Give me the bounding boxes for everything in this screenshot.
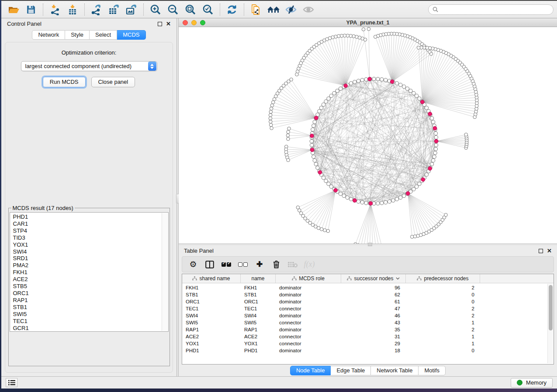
float-panel-icon[interactable]	[539, 249, 543, 253]
table-settings-button[interactable]: ⚙	[185, 258, 201, 271]
table-panel: Table Panel ✕ ⚙	[179, 246, 557, 376]
table-row[interactable]: FKH1FKH1dominator962	[182, 284, 554, 291]
table-row[interactable]: STB1STB1dominator620	[182, 291, 554, 298]
table-row[interactable]: TEC1TEC1connector472	[182, 305, 554, 312]
column-header-shared-name[interactable]: shared name	[182, 274, 241, 283]
minimize-window-icon[interactable]	[191, 20, 197, 25]
mcds-result-item[interactable]: TEC1	[13, 318, 161, 325]
import-network-button[interactable]	[46, 2, 64, 17]
tab-mcds[interactable]: MCDS	[117, 30, 145, 40]
horizontal-splitter[interactable]	[179, 244, 557, 246]
mcds-result-item[interactable]: YOX1	[13, 241, 161, 248]
tab-node-table[interactable]: Node Table	[290, 366, 331, 375]
mcds-result-item[interactable]: TID3	[13, 234, 161, 241]
table-row[interactable]: ACE2ACE2connector311	[182, 333, 554, 340]
splitter-grip[interactable]	[368, 243, 372, 246]
mcds-result-item[interactable]: SWI5	[13, 311, 161, 318]
network-window-titlebar: YPA_prune.txt_1	[179, 18, 557, 27]
import-table-button[interactable]	[64, 2, 81, 17]
table-cell: 2	[406, 305, 480, 312]
table-row[interactable]: ORC1ORC1dominator610	[182, 298, 554, 305]
network-graph[interactable]	[179, 27, 557, 244]
export-network-button[interactable]	[88, 2, 105, 17]
mcds-result-item[interactable]: SWI4	[13, 248, 161, 255]
mcds-result-item[interactable]: PMA2	[13, 262, 161, 269]
deselect-all-columns-button[interactable]	[235, 258, 251, 271]
column-type-icon	[292, 276, 297, 281]
column-type-icon	[417, 276, 422, 281]
import-table-icon	[67, 4, 78, 15]
tab-select[interactable]: Select	[90, 30, 117, 40]
mcds-result-item[interactable]: ORC1	[13, 290, 161, 297]
search-input[interactable]	[441, 7, 549, 13]
select-all-columns-button[interactable]	[218, 258, 235, 271]
table-cell: SWI5	[182, 319, 241, 326]
table-row[interactable]: RAP1RAP1dominator352	[182, 326, 554, 333]
mcds-tab-content: Optimization criterion: largest connecte…	[5, 42, 173, 373]
mcds-result-title: MCDS result (17 nodes)	[11, 205, 75, 211]
tab-edge-table[interactable]: Edge Table	[331, 366, 371, 375]
mcds-result-item[interactable]: STB5	[13, 283, 161, 290]
save-session-button[interactable]	[22, 2, 40, 17]
column-header-mcds-role[interactable]: MCDS role	[276, 274, 341, 283]
table-row[interactable]: SWI5SWI5connector431	[182, 319, 554, 326]
two-houses-icon	[267, 4, 280, 15]
mcds-result-item[interactable]: CAR1	[13, 220, 161, 227]
column-header-name[interactable]: name	[241, 274, 276, 283]
mcds-result-item[interactable]: STB1	[13, 304, 161, 311]
table-row[interactable]: PHD1PHD1dominator180	[182, 347, 554, 354]
table-cell: 0	[406, 291, 480, 298]
mcds-result-item[interactable]: STP4	[13, 227, 161, 234]
two-houses-button[interactable]	[265, 2, 282, 17]
tab-network[interactable]: Network	[32, 30, 65, 40]
close-panel-icon[interactable]: ✕	[166, 22, 171, 26]
optimization-criterion-select[interactable]: largest connected component (undirected)	[21, 61, 157, 71]
column-header-successor-nodes[interactable]: successor nodes	[341, 274, 406, 283]
apply-layout-button[interactable]	[223, 2, 241, 17]
status-bar: Memory	[1, 376, 557, 389]
mcds-result-item[interactable]: ACE2	[13, 276, 161, 283]
tab-style[interactable]: Style	[65, 30, 90, 40]
table-row[interactable]: SWI4SWI4dominator462	[182, 312, 554, 319]
table-cell: 1	[406, 319, 480, 326]
close-panel-button[interactable]: Close panel	[91, 77, 135, 87]
clone-network-button[interactable]	[247, 2, 265, 17]
table-cell: SWI4	[182, 312, 241, 319]
open-file-button[interactable]	[5, 2, 22, 17]
toolbar-separator	[84, 3, 85, 16]
column-header-predecessor-nodes[interactable]: predecessor nodes	[406, 274, 480, 283]
close-panel-icon[interactable]: ✕	[547, 249, 552, 253]
mcds-result-item[interactable]: SRD1	[13, 255, 161, 262]
table-cell: dominator	[276, 312, 341, 319]
zoom-in-button[interactable]	[147, 2, 164, 17]
hide-selected-button[interactable]	[282, 2, 300, 17]
zoom-selected-button[interactable]	[199, 2, 217, 17]
memory-button[interactable]: Memory	[511, 378, 553, 388]
table-scrollbar[interactable]	[547, 284, 553, 363]
scrollbar-thumb[interactable]	[549, 285, 553, 330]
export-table-button[interactable]	[105, 2, 123, 17]
run-mcds-button[interactable]: Run MCDS	[43, 77, 86, 87]
zoom-fit-button[interactable]	[182, 2, 199, 17]
float-panel-icon[interactable]	[158, 22, 162, 26]
tab-motifs[interactable]: Motifs	[419, 366, 446, 375]
table-row[interactable]: YOX1YOX1connector291	[182, 340, 554, 347]
maximize-window-icon[interactable]	[200, 20, 205, 25]
desktop-wallpaper: Control Panel ✕ Network Style Select MCD…	[0, 0, 557, 392]
mcds-result-item[interactable]: PHD1	[13, 213, 161, 220]
toolbar-search[interactable]	[428, 4, 554, 15]
cytoscape-window: Control Panel ✕ Network Style Select MCD…	[1, 0, 557, 389]
close-window-icon[interactable]	[183, 20, 188, 25]
mcds-result-item[interactable]: FKH1	[13, 269, 161, 276]
export-image-button[interactable]	[123, 2, 140, 17]
create-column-button[interactable]: ✚	[251, 258, 268, 271]
delete-column-button[interactable]	[268, 258, 284, 271]
show-columns-button[interactable]	[201, 258, 218, 271]
network-canvas[interactable]	[179, 27, 557, 244]
zoom-out-button[interactable]	[164, 2, 182, 17]
mcds-result-item[interactable]: GCR1	[13, 325, 161, 332]
list-scrollbar[interactable]	[162, 213, 168, 331]
task-history-button[interactable]	[6, 378, 17, 387]
tab-network-table[interactable]: Network Table	[371, 366, 419, 375]
mcds-result-item[interactable]: RAP1	[13, 297, 161, 304]
